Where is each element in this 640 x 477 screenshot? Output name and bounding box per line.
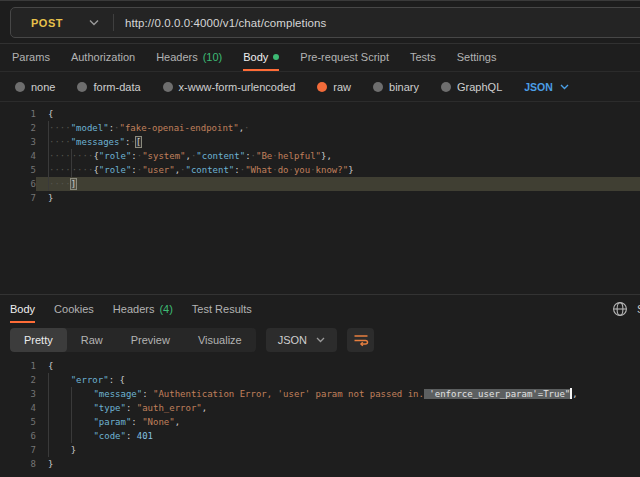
chevron-down-icon — [89, 19, 99, 26]
code-line[interactable]: 4 "type": "auth_error", — [0, 401, 640, 415]
response-toolbar: Pretty Raw Preview Visualize JSON — [0, 323, 640, 356]
bodytype-graphql-radio[interactable]: GraphQL — [441, 81, 502, 93]
view-preview-button[interactable]: Preview — [117, 328, 184, 352]
radio-icon — [163, 82, 173, 92]
code-line[interactable]: 1{ — [0, 359, 640, 373]
radio-selected-icon — [317, 82, 327, 92]
tab-label: Test Results — [192, 303, 252, 315]
tab-authorization[interactable]: Authorization — [71, 44, 135, 71]
tab-label: Cookies — [54, 303, 94, 315]
view-raw-button[interactable]: Raw — [67, 328, 117, 352]
code-text: "param": "None", — [36, 415, 640, 429]
code-text: } — [36, 443, 640, 457]
radio-icon — [77, 82, 87, 92]
response-tab-headers[interactable]: Headers(4) — [113, 295, 173, 323]
radio-icon — [373, 82, 383, 92]
code-text: } — [36, 457, 640, 471]
method-dropdown[interactable]: POST — [11, 17, 113, 29]
code-text: ········{"role":·"system",·"content":·"B… — [36, 149, 640, 163]
line-number: 8 — [0, 457, 36, 471]
code-text: "type": "auth_error", — [36, 401, 640, 415]
code-line[interactable]: 6····] — [0, 177, 640, 191]
radio-icon — [15, 82, 25, 92]
code-text: "code": 401 — [36, 429, 640, 443]
request-body-editor[interactable]: 1{2····"model":·"fake-openai-endpoint",·… — [0, 101, 640, 294]
code-line[interactable]: 2····"model":·"fake-openai-endpoint",· — [0, 121, 640, 135]
response-language-dropdown[interactable]: JSON — [266, 328, 337, 352]
bodytype-binary-radio[interactable]: binary — [373, 81, 419, 93]
response-tab-test-results[interactable]: Test Results — [192, 295, 252, 323]
radio-icon — [441, 82, 451, 92]
line-number: 5 — [0, 163, 36, 177]
bodytype-raw-radio[interactable]: raw — [317, 81, 351, 93]
tab-label: Headers — [156, 51, 198, 63]
code-text: } — [36, 191, 640, 205]
response-meta: S — [612, 295, 640, 323]
line-number: 7 — [0, 443, 36, 457]
tab-tests[interactable]: Tests — [410, 44, 436, 71]
radio-label: binary — [389, 81, 419, 93]
radio-label: x-www-form-urlencoded — [179, 81, 296, 93]
postman-request-window: POST http://0.0.0.0:4000/v1/chat/complet… — [0, 0, 640, 477]
line-number: 7 — [0, 191, 36, 205]
code-line[interactable]: 2 "error": { — [0, 373, 640, 387]
code-line[interactable]: 5········{"role":·"user",·"content":·"Wh… — [0, 163, 640, 177]
tab-label: Pre-request Script — [300, 51, 389, 63]
globe-icon — [612, 301, 628, 317]
wrap-text-icon — [353, 333, 369, 347]
tab-headers[interactable]: Headers(10) — [156, 44, 222, 71]
tab-pre-request-script[interactable]: Pre-request Script — [300, 44, 389, 71]
radio-label: form-data — [93, 81, 140, 93]
line-number: 6 — [0, 429, 36, 443]
request-url-bar: POST http://0.0.0.0:4000/v1/chat/complet… — [10, 7, 640, 38]
line-number: 2 — [0, 373, 36, 387]
view-pretty-button[interactable]: Pretty — [10, 328, 67, 352]
code-text: ····"messages":·[ — [36, 135, 640, 149]
code-line[interactable]: 1{ — [0, 107, 640, 121]
line-number: 2 — [0, 121, 36, 135]
request-language-dropdown[interactable]: JSON — [524, 81, 569, 93]
code-text: ····"model":·"fake-openai-endpoint",· — [36, 121, 640, 135]
line-number: 1 — [0, 359, 36, 373]
response-tab-body[interactable]: Body — [10, 295, 35, 323]
tab-label: Body — [243, 51, 268, 63]
code-line[interactable]: 8} — [0, 457, 640, 471]
chevron-down-icon — [316, 337, 325, 343]
url-input[interactable]: http://0.0.0.0:4000/v1/chat/completions — [114, 17, 326, 29]
code-line[interactable]: 3 "message": "Authentication Error, 'use… — [0, 387, 640, 401]
tab-settings[interactable]: Settings — [457, 44, 497, 71]
wrap-lines-button[interactable] — [347, 328, 374, 352]
code-line[interactable]: 7 } — [0, 443, 640, 457]
code-line[interactable]: 5 "param": "None", — [0, 415, 640, 429]
bodytype-form-data-radio[interactable]: form-data — [77, 81, 140, 93]
code-line[interactable]: 6 "code": 401 — [0, 429, 640, 443]
view-switcher: Pretty Raw Preview Visualize — [10, 328, 256, 352]
view-visualize-button[interactable]: Visualize — [184, 328, 256, 352]
headers-count: (10) — [203, 51, 223, 63]
bodytype-none-radio[interactable]: none — [15, 81, 55, 93]
line-number: 3 — [0, 135, 36, 149]
response-tabs: Body Cookies Headers(4) Test Results S — [0, 294, 640, 323]
tab-label: Settings — [457, 51, 497, 63]
tab-label: Authorization — [71, 51, 135, 63]
code-text: "message": "Authentication Error, 'user'… — [36, 387, 640, 401]
radio-label: none — [31, 81, 55, 93]
tab-label: Params — [12, 51, 50, 63]
modified-dot-icon — [273, 54, 279, 60]
headers-count: (4) — [159, 303, 172, 315]
response-tab-cookies[interactable]: Cookies — [54, 295, 94, 323]
code-line[interactable]: 4········{"role":·"system",·"content":·"… — [0, 149, 640, 163]
line-number: 1 — [0, 107, 36, 121]
response-body-editor[interactable]: 1{2 "error": {3 "message": "Authenticati… — [0, 356, 640, 477]
tab-body[interactable]: Body — [243, 44, 279, 71]
code-line[interactable]: 3····"messages":·[ — [0, 135, 640, 149]
code-text: ····] — [36, 177, 640, 191]
code-text: ········{"role":·"user",·"content":·"Wha… — [36, 163, 640, 177]
line-number: 6 — [0, 177, 36, 191]
bodytype-urlencoded-radio[interactable]: x-www-form-urlencoded — [163, 81, 296, 93]
tab-params[interactable]: Params — [12, 44, 50, 71]
method-label: POST — [31, 17, 63, 29]
code-line[interactable]: 7} — [0, 191, 640, 205]
line-number: 5 — [0, 415, 36, 429]
chevron-down-icon — [560, 84, 569, 90]
